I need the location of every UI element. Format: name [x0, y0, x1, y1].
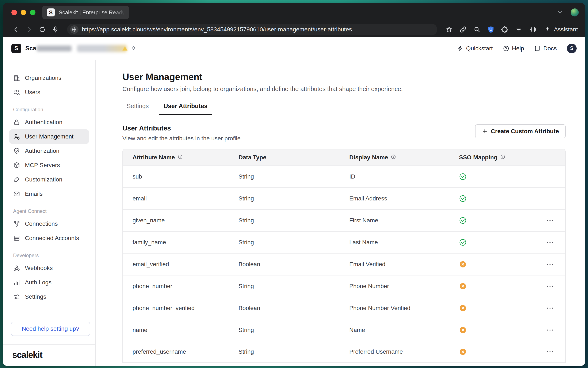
docs-button[interactable]: Docs [534, 45, 557, 52]
assistant-button[interactable]: Assistant [544, 26, 578, 33]
row-actions-menu-button[interactable] [546, 348, 554, 356]
book-icon [534, 45, 540, 52]
sso-mapped-check-icon [459, 217, 467, 224]
browser-window: S Scalekit | Enterprise Ready A [3, 3, 585, 366]
workspace-name: Sca [25, 45, 36, 52]
table-row: phone_number String Phone Number [123, 275, 565, 297]
adblock-shield-icon[interactable] [485, 24, 497, 35]
need-help-button[interactable]: Need help setting up? [11, 322, 90, 336]
environment-warning-icon [122, 46, 127, 51]
back-button[interactable] [10, 24, 22, 35]
sidebar-item-emails[interactable]: Emails [9, 187, 89, 201]
display-name-cell: Phone Number Verified [340, 305, 449, 312]
sidebar-item-authentication[interactable]: Authentication [9, 115, 89, 129]
column-data-type: Data Type [229, 154, 340, 161]
sso-mapped-check-icon [459, 239, 467, 246]
sso-mapping-cell [449, 304, 565, 312]
display-name-cell: Email Verified [340, 261, 449, 268]
assistant-label: Assistant [554, 26, 578, 33]
bookmark-star-icon[interactable] [443, 24, 455, 35]
sidebar: Organizations Users Configuration Authen… [3, 60, 96, 366]
sidebar-item-user-management[interactable]: User Management [9, 129, 89, 144]
lightning-icon [457, 45, 463, 52]
sso-mapping-cell [449, 194, 565, 203]
window-controls [11, 10, 36, 15]
table-row: email String Email Address [123, 187, 565, 209]
help-button[interactable]: Help [503, 45, 524, 52]
sidebar-item-authorization[interactable]: Authorization [9, 144, 89, 158]
redacted-workspace-name [37, 46, 72, 51]
browser-profile-avatar[interactable] [571, 9, 579, 17]
users-icon [13, 89, 20, 96]
row-actions-menu-button[interactable] [546, 238, 554, 247]
activity-bars-icon[interactable] [527, 24, 539, 35]
filter-lines-icon[interactable] [513, 24, 525, 35]
extensions-puzzle-icon[interactable] [499, 24, 511, 35]
sidebar-group-agent-connect: Agent Connect [13, 208, 85, 214]
sidebar-item-connected-accounts[interactable]: Connected Accounts [9, 231, 89, 245]
sidebar-item-users[interactable]: Users [9, 85, 89, 100]
sidebar-group-configuration: Configuration [13, 107, 85, 112]
redacted-environment-selector[interactable] [77, 45, 127, 52]
sidebar-item-settings[interactable]: Settings [9, 290, 89, 304]
sliders-icon [13, 293, 20, 300]
tab-settings[interactable]: Settings [122, 103, 153, 115]
info-icon[interactable] [500, 154, 505, 161]
user-gear-icon [13, 133, 20, 140]
ellipsis-icon [546, 238, 554, 247]
zoom-window-button[interactable] [30, 10, 36, 15]
row-actions-menu-button[interactable] [546, 260, 554, 268]
environment-switcher-chevron-icon[interactable] [131, 45, 136, 52]
ellipsis-icon [546, 304, 554, 312]
data-type-cell: String [229, 195, 340, 202]
tab-list-chevron-icon[interactable] [557, 9, 563, 16]
data-type-cell: String [229, 327, 340, 333]
sso-mapping-cell [449, 238, 565, 247]
info-icon[interactable] [391, 154, 396, 161]
bar-chart-icon [13, 279, 20, 286]
sso-mapping-cell [449, 260, 565, 268]
table-row: phone_number_verified Boolean Phone Numb… [123, 297, 565, 319]
data-type-cell: Boolean [229, 305, 340, 312]
sidebar-item-webhooks[interactable]: Webhooks [9, 261, 89, 275]
sidebar-item-auth-logs[interactable]: Auth Logs [9, 275, 89, 290]
sso-mapping-cell [449, 216, 565, 225]
ellipsis-icon [546, 326, 554, 334]
attributes-table: Attribute Name Data Type Display Name [122, 149, 566, 363]
attribute-name-cell: sub [123, 173, 229, 180]
sidebar-item-connections[interactable]: Connections [9, 217, 89, 231]
sso-not-mapped-x-icon [459, 304, 467, 312]
quickstart-button[interactable]: Quickstart [457, 45, 493, 52]
tab-user-attributes[interactable]: User Attributes [159, 103, 212, 115]
table-row: name String Name [123, 319, 565, 341]
row-actions-menu-button[interactable] [546, 326, 554, 334]
row-actions-menu-button[interactable] [546, 282, 554, 290]
minimize-window-button[interactable] [21, 10, 26, 15]
column-sso-mapping: SSO Mapping [449, 154, 565, 161]
cube-icon [13, 162, 20, 169]
info-icon[interactable] [177, 154, 183, 161]
scalekit-app: S Sca Quickstart Help [3, 37, 585, 366]
sidebar-item-mcp-servers[interactable]: MCP Servers [9, 158, 89, 172]
find-in-page-icon[interactable] [471, 24, 483, 35]
sso-mapping-cell [449, 282, 565, 290]
attribute-name-cell: given_name [123, 217, 229, 224]
copy-link-icon[interactable] [457, 24, 469, 35]
browser-tab[interactable]: S Scalekit | Enterprise Ready A [42, 6, 129, 19]
row-actions-menu-button[interactable] [546, 216, 554, 225]
forward-button[interactable] [23, 24, 35, 35]
create-custom-attribute-button[interactable]: Create Custom Attribute [475, 124, 566, 138]
ellipsis-icon [546, 282, 554, 290]
ellipsis-icon [546, 348, 554, 356]
sidebar-item-organizations[interactable]: Organizations [9, 71, 89, 85]
user-avatar[interactable]: S [567, 44, 577, 53]
sso-mapping-cell [449, 326, 565, 334]
reload-button[interactable] [36, 24, 48, 35]
sidebar-item-customization[interactable]: Customization [9, 172, 89, 187]
shield-check-icon [13, 147, 20, 155]
address-bar[interactable]: https://app.scalekit.cloud/ws/environmen… [67, 24, 437, 35]
row-actions-menu-button[interactable] [546, 304, 554, 312]
data-type-cell: String [229, 239, 340, 246]
microphone-icon[interactable] [49, 24, 61, 35]
close-window-button[interactable] [11, 10, 17, 15]
